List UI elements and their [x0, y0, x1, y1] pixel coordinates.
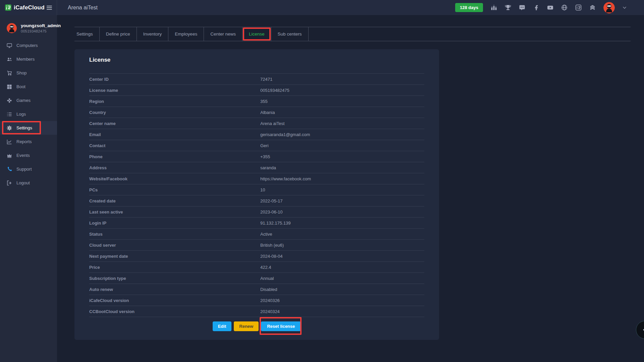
sidebar-user: youngzsoft_admin 005193482475	[0, 15, 57, 33]
logo-text: iCafeCloud	[14, 4, 45, 11]
sidebar-avatar[interactable]	[7, 23, 17, 33]
members-icon	[7, 57, 12, 62]
sidebar-item-events[interactable]: Events	[0, 148, 57, 162]
trophy-icon[interactable]	[505, 4, 511, 11]
table-row: CountryAlbania	[89, 107, 424, 118]
table-row: Website/Facebookhttps://www.facebook.com	[89, 173, 424, 184]
crown-icon	[7, 153, 12, 158]
tab-center-news[interactable]: Center news	[204, 27, 243, 41]
tab-inventory[interactable]: Inventory	[137, 27, 169, 41]
cart-icon	[7, 70, 12, 76]
phone-icon	[7, 167, 12, 172]
table-row: Auto renewDisabled	[89, 284, 424, 295]
license-card: License Center ID72471 License name00519…	[74, 49, 439, 340]
user-id: 005193482475	[21, 29, 61, 33]
renew-button[interactable]: Renew	[234, 321, 259, 331]
table-row: StatusActive	[89, 229, 424, 240]
sidebar-item-boot[interactable]: Boot	[0, 80, 57, 94]
chevron-down-icon[interactable]	[623, 6, 627, 9]
page-title: Arena aiTest	[68, 5, 98, 11]
ccboot-icon[interactable]	[589, 4, 596, 11]
table-row: Phone+355	[89, 151, 424, 162]
table-row: Center ID72471	[89, 74, 424, 85]
edit-button[interactable]: Edit	[213, 321, 232, 331]
windows-icon	[7, 84, 12, 89]
sidebar-item-games[interactable]: Games	[0, 94, 57, 107]
topbar: iCafeCloud Arena aiTest 128 days	[0, 0, 644, 15]
tab-license[interactable]: License	[243, 27, 271, 41]
sidebar-item-members[interactable]: Members	[0, 52, 57, 66]
action-buttons: Edit Renew Reset license	[89, 321, 424, 331]
tab-employees[interactable]: Employees	[168, 27, 204, 41]
table-row: ContactGeri	[89, 140, 424, 151]
table-row: Center nameArena aiTest	[89, 118, 424, 129]
table-row: Region355	[89, 96, 424, 107]
tab-bar: Settings Define price Inventory Employee…	[74, 27, 631, 41]
table-row: Cloud serverBritish (eu6)	[89, 240, 424, 251]
icafecloud-site-icon[interactable]	[575, 4, 582, 11]
table-row: Addresssaranda	[89, 162, 424, 173]
leaderboard-icon[interactable]	[491, 4, 497, 11]
table-row: Price422.4	[89, 262, 424, 273]
table-row: Next payment date2024-08-04	[89, 251, 424, 262]
icafecloud-logo-icon	[5, 4, 11, 11]
list-icon	[7, 112, 12, 117]
card-title: License	[89, 57, 424, 63]
tab-settings[interactable]: Settings	[74, 27, 100, 41]
tab-define-price[interactable]: Define price	[100, 27, 137, 41]
sidebar-item-shop[interactable]: Shop	[0, 66, 57, 80]
reset-license-button[interactable]: Reset license	[261, 321, 301, 331]
sidebar-item-logout[interactable]: Logout	[0, 176, 57, 190]
table-row: License name005193482475	[89, 85, 424, 96]
table-row: Login IP91.132.175.139	[89, 218, 424, 229]
logo[interactable]: iCafeCloud	[5, 4, 45, 11]
menu-toggle-icon[interactable]	[47, 6, 52, 10]
facebook-icon[interactable]	[533, 4, 539, 11]
monitor-icon	[7, 43, 12, 48]
brand-area: iCafeCloud	[0, 0, 57, 15]
license-days-badge[interactable]: 128 days	[455, 3, 483, 12]
sidebar-item-computers[interactable]: Computers	[0, 39, 57, 52]
user-avatar[interactable]	[603, 2, 615, 13]
sidebar-item-reports[interactable]: Reports	[0, 135, 57, 148]
gamepad-icon	[7, 98, 12, 103]
logout-icon	[7, 180, 12, 186]
table-row: Subscription typeAnnual	[89, 273, 424, 284]
sidebar-item-logs[interactable]: Logs	[0, 107, 57, 121]
sidebar: youngzsoft_admin 005193482475 Computers …	[0, 15, 57, 362]
username: youngzsoft_admin	[21, 23, 61, 28]
table-row: Last seen active2023-06-10	[89, 206, 424, 218]
table-row: iCafeCloud version20240326	[89, 295, 424, 306]
main-content: Settings Define price Inventory Employee…	[57, 15, 644, 362]
table-row: CCBootCloud version20240324	[89, 306, 424, 317]
sidebar-item-support[interactable]: Support	[0, 162, 57, 176]
tab-sub-centers[interactable]: Sub centers	[271, 27, 309, 41]
globe-icon[interactable]	[561, 4, 568, 11]
sidebar-item-settings[interactable]: Settings	[0, 121, 57, 135]
chart-icon	[7, 139, 12, 144]
youtube-icon[interactable]	[547, 4, 553, 11]
discord-icon[interactable]	[519, 4, 525, 11]
topbar-right: 128 days	[455, 2, 644, 13]
table-row: Emailgerisaranda1@gmail.com	[89, 129, 424, 140]
gear-icon	[7, 125, 12, 131]
table-row: Created date2022-05-17	[89, 195, 424, 206]
sidebar-menu: Computers Members Shop Boot Games Logs S…	[0, 39, 57, 190]
license-table: Center ID72471 License name005193482475 …	[89, 73, 424, 317]
table-row: PCs10	[89, 184, 424, 195]
